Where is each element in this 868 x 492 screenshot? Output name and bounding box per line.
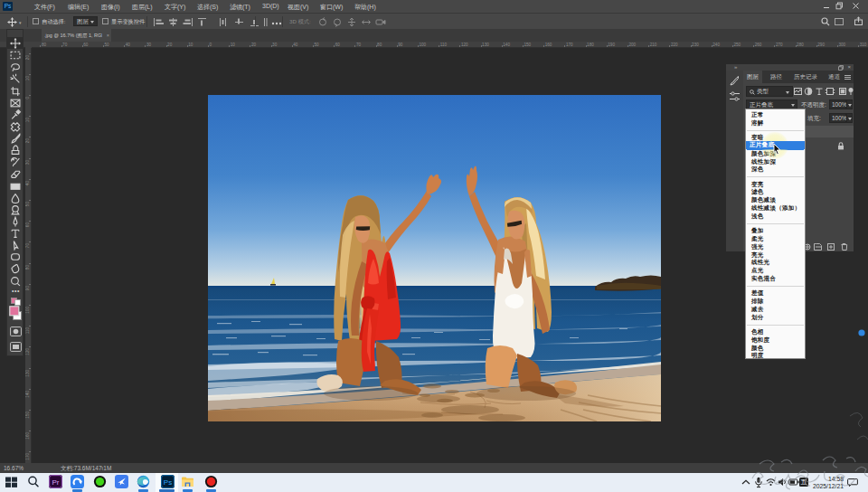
svg-text:Pr: Pr bbox=[52, 478, 59, 487]
svg-text:Ps: Ps bbox=[164, 478, 172, 487]
